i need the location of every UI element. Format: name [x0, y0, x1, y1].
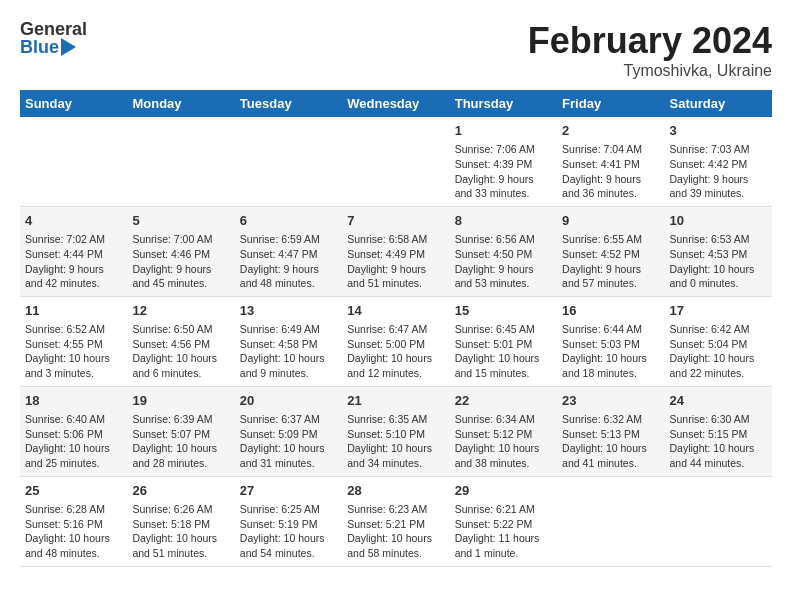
- day-info: Sunrise: 6:35 AMSunset: 5:10 PMDaylight:…: [347, 412, 444, 471]
- day-number: 10: [670, 212, 767, 230]
- logo-triangle-icon: [61, 38, 76, 56]
- day-number: 9: [562, 212, 659, 230]
- day-info: Sunrise: 7:00 AMSunset: 4:46 PMDaylight:…: [132, 232, 229, 291]
- day-info: Sunrise: 6:37 AMSunset: 5:09 PMDaylight:…: [240, 412, 337, 471]
- day-info: Sunrise: 6:59 AMSunset: 4:47 PMDaylight:…: [240, 232, 337, 291]
- day-info: Sunrise: 6:34 AMSunset: 5:12 PMDaylight:…: [455, 412, 552, 471]
- calendar-cell: 4Sunrise: 7:02 AMSunset: 4:44 PMDaylight…: [20, 206, 127, 296]
- day-info: Sunrise: 6:23 AMSunset: 5:21 PMDaylight:…: [347, 502, 444, 561]
- title-block: February 2024 Tymoshivka, Ukraine: [528, 20, 772, 80]
- week-row-1: 4Sunrise: 7:02 AMSunset: 4:44 PMDaylight…: [20, 206, 772, 296]
- day-number: 15: [455, 302, 552, 320]
- calendar-header-row: SundayMondayTuesdayWednesdayThursdayFrid…: [20, 90, 772, 117]
- day-number: 2: [562, 122, 659, 140]
- day-number: 3: [670, 122, 767, 140]
- day-info: Sunrise: 7:04 AMSunset: 4:41 PMDaylight:…: [562, 142, 659, 201]
- day-number: 14: [347, 302, 444, 320]
- calendar-subtitle: Tymoshivka, Ukraine: [528, 62, 772, 80]
- day-number: 1: [455, 122, 552, 140]
- calendar-cell: 19Sunrise: 6:39 AMSunset: 5:07 PMDayligh…: [127, 386, 234, 476]
- calendar-cell: 15Sunrise: 6:45 AMSunset: 5:01 PMDayligh…: [450, 296, 557, 386]
- day-number: 25: [25, 482, 122, 500]
- day-number: 13: [240, 302, 337, 320]
- calendar-cell: 29Sunrise: 6:21 AMSunset: 5:22 PMDayligh…: [450, 476, 557, 566]
- day-number: 11: [25, 302, 122, 320]
- header-friday: Friday: [557, 90, 664, 117]
- header-saturday: Saturday: [665, 90, 772, 117]
- day-info: Sunrise: 6:21 AMSunset: 5:22 PMDaylight:…: [455, 502, 552, 561]
- calendar-cell: 21Sunrise: 6:35 AMSunset: 5:10 PMDayligh…: [342, 386, 449, 476]
- calendar-cell: 27Sunrise: 6:25 AMSunset: 5:19 PMDayligh…: [235, 476, 342, 566]
- day-number: 27: [240, 482, 337, 500]
- day-info: Sunrise: 6:52 AMSunset: 4:55 PMDaylight:…: [25, 322, 122, 381]
- day-info: Sunrise: 6:40 AMSunset: 5:06 PMDaylight:…: [25, 412, 122, 471]
- header-thursday: Thursday: [450, 90, 557, 117]
- calendar-cell: 1Sunrise: 7:06 AMSunset: 4:39 PMDaylight…: [450, 117, 557, 206]
- day-info: Sunrise: 6:39 AMSunset: 5:07 PMDaylight:…: [132, 412, 229, 471]
- header-tuesday: Tuesday: [235, 90, 342, 117]
- calendar-cell: 10Sunrise: 6:53 AMSunset: 4:53 PMDayligh…: [665, 206, 772, 296]
- day-info: Sunrise: 6:45 AMSunset: 5:01 PMDaylight:…: [455, 322, 552, 381]
- calendar-cell: 7Sunrise: 6:58 AMSunset: 4:49 PMDaylight…: [342, 206, 449, 296]
- calendar-table: SundayMondayTuesdayWednesdayThursdayFrid…: [20, 90, 772, 567]
- page-header: General Blue February 2024 Tymoshivka, U…: [20, 20, 772, 80]
- day-number: 6: [240, 212, 337, 230]
- day-info: Sunrise: 6:56 AMSunset: 4:50 PMDaylight:…: [455, 232, 552, 291]
- calendar-cell: [665, 476, 772, 566]
- calendar-cell: 6Sunrise: 6:59 AMSunset: 4:47 PMDaylight…: [235, 206, 342, 296]
- calendar-cell: 11Sunrise: 6:52 AMSunset: 4:55 PMDayligh…: [20, 296, 127, 386]
- calendar-cell: 25Sunrise: 6:28 AMSunset: 5:16 PMDayligh…: [20, 476, 127, 566]
- calendar-cell: [235, 117, 342, 206]
- calendar-cell: 23Sunrise: 6:32 AMSunset: 5:13 PMDayligh…: [557, 386, 664, 476]
- day-info: Sunrise: 6:28 AMSunset: 5:16 PMDaylight:…: [25, 502, 122, 561]
- day-number: 7: [347, 212, 444, 230]
- day-number: 18: [25, 392, 122, 410]
- calendar-cell: [20, 117, 127, 206]
- day-info: Sunrise: 6:50 AMSunset: 4:56 PMDaylight:…: [132, 322, 229, 381]
- day-info: Sunrise: 6:58 AMSunset: 4:49 PMDaylight:…: [347, 232, 444, 291]
- day-info: Sunrise: 7:06 AMSunset: 4:39 PMDaylight:…: [455, 142, 552, 201]
- calendar-cell: 5Sunrise: 7:00 AMSunset: 4:46 PMDaylight…: [127, 206, 234, 296]
- calendar-cell: 18Sunrise: 6:40 AMSunset: 5:06 PMDayligh…: [20, 386, 127, 476]
- logo-blue-text: Blue: [20, 38, 59, 56]
- calendar-title: February 2024: [528, 20, 772, 62]
- day-info: Sunrise: 6:47 AMSunset: 5:00 PMDaylight:…: [347, 322, 444, 381]
- day-info: Sunrise: 6:42 AMSunset: 5:04 PMDaylight:…: [670, 322, 767, 381]
- calendar-cell: [127, 117, 234, 206]
- calendar-cell: 28Sunrise: 6:23 AMSunset: 5:21 PMDayligh…: [342, 476, 449, 566]
- calendar-cell: 22Sunrise: 6:34 AMSunset: 5:12 PMDayligh…: [450, 386, 557, 476]
- calendar-cell: [557, 476, 664, 566]
- day-number: 20: [240, 392, 337, 410]
- week-row-0: 1Sunrise: 7:06 AMSunset: 4:39 PMDaylight…: [20, 117, 772, 206]
- day-info: Sunrise: 7:02 AMSunset: 4:44 PMDaylight:…: [25, 232, 122, 291]
- day-number: 17: [670, 302, 767, 320]
- calendar-cell: 13Sunrise: 6:49 AMSunset: 4:58 PMDayligh…: [235, 296, 342, 386]
- calendar-cell: 8Sunrise: 6:56 AMSunset: 4:50 PMDaylight…: [450, 206, 557, 296]
- day-number: 16: [562, 302, 659, 320]
- day-info: Sunrise: 6:25 AMSunset: 5:19 PMDaylight:…: [240, 502, 337, 561]
- day-info: Sunrise: 6:55 AMSunset: 4:52 PMDaylight:…: [562, 232, 659, 291]
- day-number: 28: [347, 482, 444, 500]
- week-row-4: 25Sunrise: 6:28 AMSunset: 5:16 PMDayligh…: [20, 476, 772, 566]
- calendar-cell: 26Sunrise: 6:26 AMSunset: 5:18 PMDayligh…: [127, 476, 234, 566]
- week-row-3: 18Sunrise: 6:40 AMSunset: 5:06 PMDayligh…: [20, 386, 772, 476]
- logo-general-text: General: [20, 20, 87, 38]
- logo: General Blue: [20, 20, 87, 56]
- day-number: 23: [562, 392, 659, 410]
- calendar-cell: 3Sunrise: 7:03 AMSunset: 4:42 PMDaylight…: [665, 117, 772, 206]
- calendar-cell: 17Sunrise: 6:42 AMSunset: 5:04 PMDayligh…: [665, 296, 772, 386]
- day-info: Sunrise: 6:44 AMSunset: 5:03 PMDaylight:…: [562, 322, 659, 381]
- calendar-cell: 14Sunrise: 6:47 AMSunset: 5:00 PMDayligh…: [342, 296, 449, 386]
- calendar-cell: 20Sunrise: 6:37 AMSunset: 5:09 PMDayligh…: [235, 386, 342, 476]
- calendar-cell: 2Sunrise: 7:04 AMSunset: 4:41 PMDaylight…: [557, 117, 664, 206]
- day-number: 12: [132, 302, 229, 320]
- day-number: 29: [455, 482, 552, 500]
- calendar-cell: [342, 117, 449, 206]
- week-row-2: 11Sunrise: 6:52 AMSunset: 4:55 PMDayligh…: [20, 296, 772, 386]
- day-info: Sunrise: 6:49 AMSunset: 4:58 PMDaylight:…: [240, 322, 337, 381]
- day-number: 4: [25, 212, 122, 230]
- header-monday: Monday: [127, 90, 234, 117]
- calendar-cell: 12Sunrise: 6:50 AMSunset: 4:56 PMDayligh…: [127, 296, 234, 386]
- day-number: 24: [670, 392, 767, 410]
- calendar-cell: 16Sunrise: 6:44 AMSunset: 5:03 PMDayligh…: [557, 296, 664, 386]
